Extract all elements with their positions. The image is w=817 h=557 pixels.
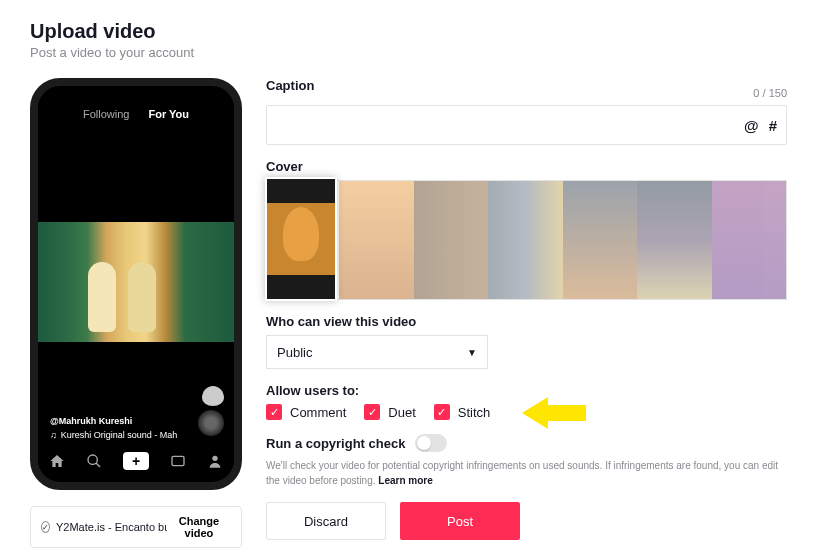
permission-label-stitch: Stitch <box>458 405 491 420</box>
svg-marker-4 <box>522 397 586 429</box>
learn-more-link[interactable]: Learn more <box>378 475 432 486</box>
cover-frame[interactable] <box>712 181 787 299</box>
inbox-icon <box>170 453 186 469</box>
home-icon <box>49 453 65 469</box>
cover-label: Cover <box>266 159 787 174</box>
copyright-note: We'll check your video for potential cop… <box>266 458 787 488</box>
mention-icon[interactable]: @ <box>744 117 759 134</box>
visibility-label: Who can view this video <box>266 314 787 329</box>
duet-checkbox[interactable]: ✓ <box>364 404 380 420</box>
cover-selected-frame[interactable] <box>265 177 337 301</box>
visibility-select[interactable]: Public ▼ <box>266 335 488 369</box>
video-meta: @Mahrukh Kureshi ♫ Kureshi Original soun… <box>50 416 177 440</box>
cover-frame[interactable] <box>637 181 712 299</box>
phone-nav: + <box>38 448 234 474</box>
music-note-icon: ♫ <box>50 430 57 440</box>
caption-label: Caption <box>266 78 314 93</box>
video-sound: Kureshi Original sound - Mah <box>61 430 178 440</box>
check-circle-icon: ✓ <box>41 521 50 533</box>
sound-disc-icon <box>198 410 224 436</box>
post-button[interactable]: Post <box>400 502 520 540</box>
video-author: @Mahrukh Kureshi <box>50 416 177 426</box>
cover-frame[interactable] <box>339 181 414 299</box>
create-icon: + <box>123 452 149 470</box>
svg-rect-2 <box>172 456 184 465</box>
file-row: ✓ Y2Mate.is - Encanto bu... Change video <box>30 506 242 548</box>
page-subtitle: Post a video to your account <box>30 45 787 60</box>
hashtag-icon[interactable]: # <box>769 117 777 134</box>
discover-icon <box>86 453 102 469</box>
svg-line-1 <box>96 463 100 467</box>
permissions-label: Allow users to: <box>266 383 787 398</box>
visibility-selected: Public <box>277 345 312 360</box>
annotation-arrow-icon <box>522 394 586 432</box>
copyright-label: Run a copyright check <box>266 436 405 451</box>
comment-checkbox[interactable]: ✓ <box>266 404 282 420</box>
phone-preview: Following For You @Mahrukh Kureshi ♫ Kur… <box>30 78 242 490</box>
permission-label-duet: Duet <box>388 405 415 420</box>
cover-strip[interactable] <box>266 180 787 300</box>
video-preview-frame <box>38 222 234 342</box>
profile-icon <box>207 453 223 469</box>
permission-label-comment: Comment <box>290 405 346 420</box>
cover-frame[interactable] <box>563 181 638 299</box>
file-name: Y2Mate.is - Encanto bu... <box>56 521 167 533</box>
comment-icon <box>202 386 224 406</box>
caption-counter: 0 / 150 <box>753 87 787 99</box>
stitch-checkbox[interactable]: ✓ <box>434 404 450 420</box>
chevron-down-icon: ▼ <box>467 347 477 358</box>
tab-for-you[interactable]: For You <box>148 108 189 120</box>
page-title: Upload video <box>30 20 787 43</box>
discard-button[interactable]: Discard <box>266 502 386 540</box>
tab-following[interactable]: Following <box>83 108 129 120</box>
svg-point-0 <box>88 455 97 464</box>
cover-frame[interactable] <box>488 181 563 299</box>
change-video-button[interactable]: Change video <box>167 515 231 539</box>
caption-input[interactable] <box>266 105 787 145</box>
cover-frame[interactable] <box>414 181 489 299</box>
copyright-toggle[interactable] <box>415 434 447 452</box>
svg-point-3 <box>213 456 218 461</box>
feed-tabs: Following For You <box>38 108 234 120</box>
